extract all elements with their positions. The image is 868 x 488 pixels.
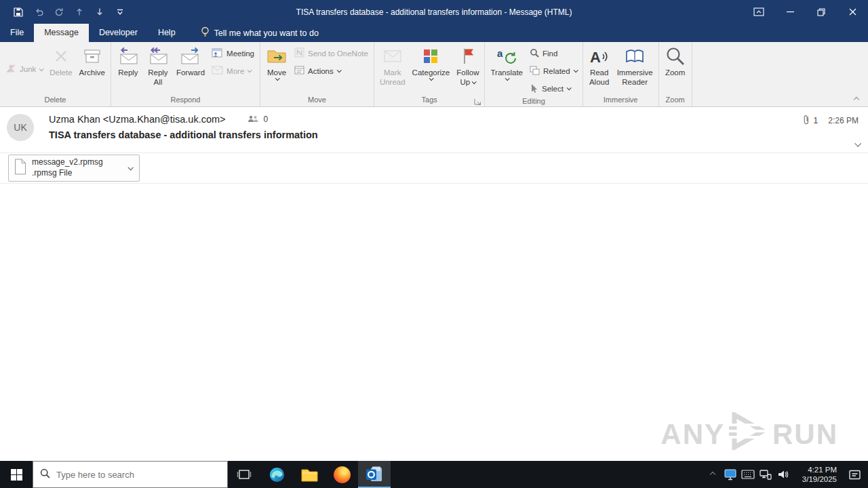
find-button[interactable]: Find: [526, 45, 580, 61]
actions-icon: [294, 65, 304, 77]
junk-icon: [5, 63, 16, 75]
select-button[interactable]: Select: [526, 81, 580, 96]
tell-me-label: Tell me what you want to do: [214, 28, 319, 38]
actions-button[interactable]: Actions: [291, 63, 372, 79]
undo-icon[interactable]: [30, 3, 47, 21]
related-button[interactable]: Related: [526, 63, 580, 79]
move-icon: [266, 45, 288, 68]
immersive-reader-button[interactable]: Immersive Reader: [614, 43, 656, 95]
task-view-icon[interactable]: [228, 461, 260, 488]
reply-label: Reply: [118, 68, 138, 77]
chevron-down-icon: [567, 85, 572, 90]
redo-icon[interactable]: [50, 3, 68, 21]
avatar[interactable]: UK: [7, 114, 34, 141]
archive-icon: [83, 45, 102, 68]
zoom-button[interactable]: Zoom: [661, 43, 690, 95]
chevron-down-icon: [573, 68, 578, 73]
attachment-card[interactable]: message_v2.rpmsg .rpmsg File: [8, 155, 140, 182]
junk-button[interactable]: Junk: [2, 62, 46, 77]
ribbon-group-move: Move Send to OneNote Actions Move: [260, 42, 374, 106]
monitor-icon[interactable]: [722, 461, 739, 488]
group-label-tags: Tags: [376, 95, 483, 106]
categorize-button[interactable]: Categorize: [409, 43, 454, 95]
minimize-button[interactable]: [774, 0, 806, 24]
touch-keyboard-icon[interactable]: [739, 461, 757, 488]
tab-message[interactable]: Message: [34, 24, 89, 42]
ribbon-group-editing: a Translate Find Related Select: [485, 42, 583, 106]
read-aloud-button[interactable]: A Read Aloud: [585, 43, 614, 95]
chevron-down-icon: [505, 77, 509, 81]
previous-item-icon[interactable]: [71, 3, 88, 21]
tags-dialog-launcher-icon[interactable]: [474, 96, 482, 104]
tab-help[interactable]: Help: [148, 24, 186, 42]
system-tray: 4:21 PM 3/19/2025: [704, 461, 868, 488]
send-to-onenote-button[interactable]: Send to OneNote: [291, 45, 372, 61]
mark-unread-button[interactable]: Mark Unread: [376, 43, 409, 95]
forward-button[interactable]: Forward: [173, 43, 208, 95]
archive-label: Archive: [79, 68, 105, 77]
restore-button[interactable]: [806, 0, 837, 24]
group-label-move: Move: [262, 95, 372, 106]
group-label-editing: Editing: [487, 96, 580, 106]
more-icon: [212, 66, 223, 76]
tab-developer[interactable]: Developer: [89, 24, 148, 42]
ribbon-display-options-icon[interactable]: [743, 0, 774, 24]
delete-button[interactable]: Delete: [46, 43, 75, 95]
volume-icon[interactable]: [774, 461, 792, 488]
collapse-ribbon-icon[interactable]: [852, 96, 861, 104]
sender-address[interactable]: Uzma Khan <Uzma.Khan@tisa.uk.com>: [49, 114, 226, 125]
customize-quick-access-icon[interactable]: [111, 3, 129, 21]
chevron-down-icon: [336, 68, 341, 73]
firefox-icon[interactable]: [326, 461, 358, 488]
select-label: Select: [542, 85, 564, 93]
follow-up-label-1: Follow: [456, 68, 479, 77]
tab-file[interactable]: File: [0, 24, 34, 42]
meeting-button[interactable]: Meeting: [208, 45, 258, 61]
action-center-icon[interactable]: [841, 461, 868, 488]
save-icon[interactable]: [9, 3, 27, 21]
search-icon: [40, 468, 50, 481]
meeting-icon: [212, 47, 223, 60]
read-aloud-icon: A: [589, 45, 610, 68]
hidden-icons-chevron[interactable]: [704, 461, 722, 488]
tell-me-box[interactable]: Tell me what you want to do: [201, 24, 319, 42]
search-input[interactable]: [56, 470, 220, 480]
file-explorer-icon[interactable]: [293, 461, 326, 488]
watermark-text-left: ANY: [660, 418, 725, 451]
group-label-immersive: Immersive: [585, 95, 656, 106]
find-label: Find: [542, 49, 557, 58]
expand-header-icon[interactable]: [855, 137, 860, 149]
mark-unread-label-2: Unread: [380, 77, 406, 87]
clock-time: 4:21 PM: [808, 465, 837, 474]
outlook-icon[interactable]: [358, 461, 391, 488]
reply-all-icon: [146, 45, 170, 68]
attachment-filetype: .rpmsg File: [32, 168, 119, 179]
reply-button[interactable]: Reply: [113, 43, 143, 95]
quick-access-toolbar: [0, 0, 129, 24]
taskbar-clock[interactable]: 4:21 PM 3/19/2025: [792, 461, 841, 488]
zoom-label: Zoom: [665, 68, 685, 77]
recipients-icon: [248, 114, 258, 125]
more-button[interactable]: More: [208, 63, 258, 79]
next-item-icon[interactable]: [91, 3, 108, 21]
taskbar-search[interactable]: [33, 461, 228, 488]
reply-all-button[interactable]: Reply All: [143, 43, 173, 95]
taskbar: 4:21 PM 3/19/2025: [0, 461, 868, 488]
start-button[interactable]: [0, 461, 33, 488]
find-icon: [530, 48, 539, 59]
window-title: TISA transfers database - additional tra…: [0, 7, 868, 17]
junk-label: Junk: [20, 65, 36, 73]
zoom-icon: [665, 45, 686, 68]
reply-all-label-2: All: [154, 77, 163, 87]
network-icon[interactable]: [757, 461, 774, 488]
move-button[interactable]: Move: [262, 43, 291, 95]
translate-button[interactable]: a Translate: [487, 43, 526, 96]
immersive-reader-label-2: Reader: [622, 77, 648, 87]
close-button[interactable]: [837, 0, 868, 24]
attachment-dropdown-icon[interactable]: [124, 155, 136, 181]
edge-icon[interactable]: [260, 461, 293, 488]
watermark-text-right: RUN: [772, 418, 838, 451]
mark-unread-icon: [382, 45, 403, 68]
follow-up-button[interactable]: Follow Up: [453, 43, 482, 95]
archive-button[interactable]: Archive: [76, 43, 108, 95]
